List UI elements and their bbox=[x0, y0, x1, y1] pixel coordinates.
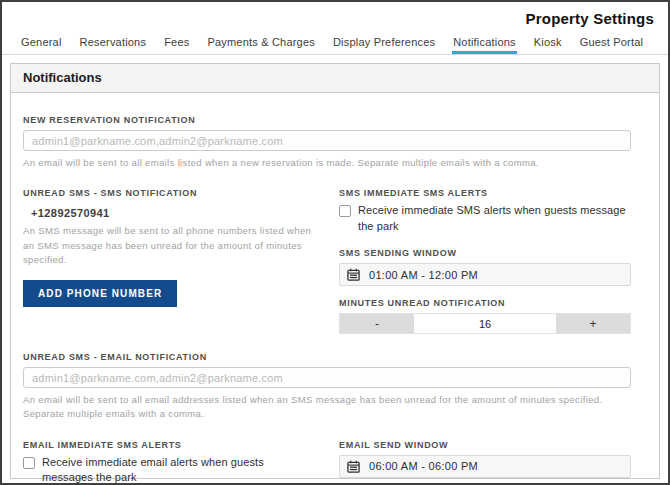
sms-minutes-increment-button[interactable]: + bbox=[556, 314, 630, 333]
email-immediate-alerts-row: Receive immediate email alerts when gues… bbox=[23, 455, 317, 485]
unread-sms-email-section: UNREAD SMS - EMAIL NOTIFICATION An email… bbox=[23, 352, 631, 422]
sms-immediate-alerts-row: Receive immediate SMS alerts when guests… bbox=[339, 203, 631, 234]
settings-tab-bar: General Reservations Fees Payments & Cha… bbox=[2, 32, 668, 55]
sms-alerts-column: SMS IMMEDIATE SMS ALERTS Receive immedia… bbox=[339, 188, 631, 334]
tab-notifications[interactable]: Notifications bbox=[452, 32, 517, 54]
email-alerts-column: EMAIL IMMEDIATE SMS ALERTS Receive immed… bbox=[23, 440, 339, 485]
header: Property Settings bbox=[2, 2, 668, 32]
panel-body: NEW RESERVATION NOTIFICATION An email wi… bbox=[11, 93, 659, 485]
unread-sms-email-help: An email will be sent to all email addre… bbox=[23, 393, 631, 422]
sms-immediate-alerts-label: SMS IMMEDIATE SMS ALERTS bbox=[339, 188, 631, 198]
email-immediate-alerts-checkbox[interactable] bbox=[23, 457, 35, 469]
unread-sms-sms-label: UNREAD SMS - SMS NOTIFICATION bbox=[23, 188, 317, 198]
sms-phone-number: +12892570941 bbox=[31, 207, 317, 219]
tab-reservations[interactable]: Reservations bbox=[79, 32, 148, 54]
new-reservation-label: NEW RESERVATION NOTIFICATION bbox=[23, 115, 631, 125]
panel-title: Notifications bbox=[11, 64, 659, 93]
property-settings-window: Property Settings General Reservations F… bbox=[0, 0, 670, 485]
sms-sending-window-value: 01:00 AM - 12:00 PM bbox=[369, 269, 478, 281]
tab-guest-portal[interactable]: Guest Portal bbox=[579, 32, 645, 54]
email-send-window-label: EMAIL SEND WINDOW bbox=[339, 440, 631, 450]
calendar-icon bbox=[347, 460, 360, 473]
email-immediate-alerts-label: EMAIL IMMEDIATE SMS ALERTS bbox=[23, 440, 317, 450]
notifications-panel: Notifications NEW RESERVATION NOTIFICATI… bbox=[10, 63, 660, 479]
sms-minutes-label: MINUTES UNREAD NOTIFICATION bbox=[339, 298, 631, 308]
new-reservation-emails-input[interactable] bbox=[23, 130, 631, 151]
calendar-icon bbox=[347, 268, 360, 281]
add-phone-number-button[interactable]: ADD PHONE NUMBER bbox=[23, 280, 177, 307]
sms-minutes-value[interactable]: 16 bbox=[414, 314, 556, 333]
sms-sending-window-label: SMS SENDING WINDOW bbox=[339, 248, 631, 258]
page-title: Property Settings bbox=[526, 10, 654, 27]
sms-immediate-alerts-checkbox[interactable] bbox=[339, 205, 351, 217]
unread-sms-email-input[interactable] bbox=[23, 367, 631, 388]
tab-display-preferences[interactable]: Display Preferences bbox=[332, 32, 436, 54]
tab-fees[interactable]: Fees bbox=[163, 32, 190, 54]
unread-sms-sms-section: UNREAD SMS - SMS NOTIFICATION +128925709… bbox=[23, 188, 339, 334]
sms-immediate-alerts-text: Receive immediate SMS alerts when guests… bbox=[358, 203, 631, 234]
email-window-column: EMAIL SEND WINDOW 06:00 AM - 06:00 PM MI… bbox=[339, 440, 631, 485]
sms-minutes-decrement-button[interactable]: - bbox=[340, 314, 414, 333]
unread-sms-email-label: UNREAD SMS - EMAIL NOTIFICATION bbox=[23, 352, 631, 362]
email-send-window-field[interactable]: 06:00 AM - 06:00 PM bbox=[339, 455, 631, 478]
sms-sending-window-field[interactable]: 01:00 AM - 12:00 PM bbox=[339, 263, 631, 286]
unread-sms-sms-help: An SMS message will be sent to all phone… bbox=[23, 224, 317, 267]
sms-minutes-stepper: - 16 + bbox=[339, 313, 631, 334]
tab-payments-charges[interactable]: Payments & Charges bbox=[206, 32, 316, 54]
email-immediate-alerts-text: Receive immediate email alerts when gues… bbox=[42, 455, 317, 485]
new-reservation-help: An email will be sent to all emails list… bbox=[23, 156, 631, 170]
email-send-window-value: 06:00 AM - 06:00 PM bbox=[369, 460, 478, 472]
tab-kiosk[interactable]: Kiosk bbox=[533, 32, 563, 54]
new-reservation-section: NEW RESERVATION NOTIFICATION An email wi… bbox=[23, 115, 631, 170]
tab-general[interactable]: General bbox=[20, 32, 63, 54]
